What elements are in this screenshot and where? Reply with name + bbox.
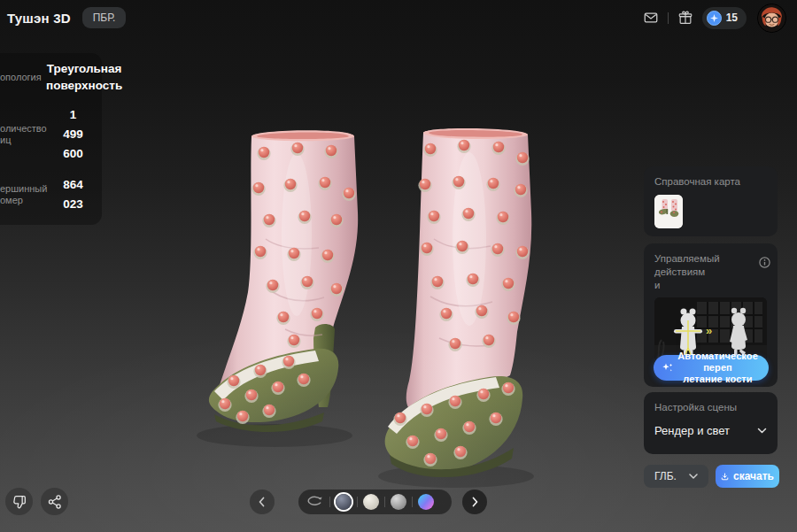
toolbar-divider	[329, 497, 330, 507]
model-stats-panel: опология Треугольная поверхность оличест…	[0, 53, 102, 225]
orbit-icon	[306, 493, 324, 511]
scene-settings-panel: Настройка сцены Рендер и свет	[644, 392, 778, 454]
stat-label: ершинный омер	[0, 183, 46, 206]
mail-button[interactable]	[642, 9, 660, 27]
stat-topology: опология Треугольная поверхность	[0, 60, 100, 94]
toolbar-divider	[412, 497, 413, 507]
reference-map-panel: Справочная карта	[644, 166, 778, 236]
reference-thumbnail[interactable]	[654, 195, 683, 228]
avatar-image	[758, 4, 785, 32]
stat-label: опология	[0, 72, 46, 83]
credits-count: 15	[726, 12, 738, 24]
header-divider	[668, 12, 669, 24]
sparkle-icon	[662, 362, 674, 374]
toolbar-divider	[357, 497, 358, 507]
render-light-dropdown[interactable]: Рендер и свет	[654, 424, 767, 437]
download-label: скачать	[733, 470, 774, 482]
stat-value: 1 499 600	[46, 105, 100, 164]
stat-label: оличество иц	[0, 123, 46, 146]
view-mode-textured[interactable]	[336, 494, 352, 510]
stat-vertex-count: ершинный омер 864 023	[0, 175, 100, 214]
view-mode-normal[interactable]	[418, 494, 434, 510]
download-button[interactable]: скачать	[716, 465, 779, 488]
view-mode-matcap[interactable]	[391, 494, 406, 510]
thumbs-down-button[interactable]	[5, 488, 33, 515]
stat-value: Треугольная поверхность	[46, 60, 122, 94]
model-viewport[interactable]	[159, 106, 584, 496]
boots-model	[159, 106, 584, 496]
stat-face-count: оличество иц 1 499 600	[0, 105, 100, 164]
rig-arrow-glyph: »	[706, 324, 712, 337]
toolbar-divider	[384, 497, 385, 507]
rig-panel: Управляемый действиям и	[644, 243, 778, 387]
prev-icon	[255, 495, 269, 509]
gift-button[interactable]	[677, 9, 694, 27]
share-icon	[47, 494, 63, 510]
header-actions: 15	[642, 0, 786, 35]
mail-icon	[643, 10, 659, 26]
rig-panel-title: Управляемый действиям и	[654, 252, 754, 292]
info-icon[interactable]	[758, 257, 770, 269]
credits-coin-icon	[707, 11, 722, 26]
orbit-reset-button[interactable]	[306, 493, 324, 511]
avatar[interactable]	[757, 4, 786, 33]
credits-counter[interactable]: 15	[702, 7, 747, 29]
auto-rig-label: Автоматическое переп летание кости	[674, 351, 762, 385]
gift-icon	[677, 10, 693, 26]
next-icon	[468, 495, 482, 509]
render-light-value: Рендер и свет	[654, 424, 730, 437]
reference-map-title: Справочная карта	[654, 175, 767, 189]
chevron-down-icon	[757, 428, 767, 434]
reference-thumbnail-image	[654, 195, 683, 228]
format-badge: ПБР.	[82, 7, 127, 28]
header-bar: Тушэн 3D ПБР. 15	[0, 0, 797, 35]
view-mode-clay[interactable]	[363, 494, 379, 510]
export-format-select[interactable]: ГЛБ.	[644, 465, 708, 488]
app-root: Тушэн 3D ПБР. 15	[0, 0, 797, 532]
chevron-down-icon	[689, 474, 698, 479]
stat-value: 864 023	[46, 175, 100, 214]
download-icon	[721, 471, 729, 482]
thumbs-down-icon	[12, 494, 27, 510]
scene-settings-title: Настройка сцены	[654, 401, 767, 414]
auto-rig-button[interactable]: Автоматическое переп летание кости	[654, 355, 769, 381]
next-button[interactable]	[462, 490, 487, 514]
export-format-value: ГЛБ.	[654, 470, 677, 482]
share-button[interactable]	[41, 488, 68, 515]
view-mode-toolbar	[298, 490, 452, 514]
app-title: Тушэн 3D	[7, 11, 71, 26]
prev-button[interactable]	[250, 490, 275, 514]
